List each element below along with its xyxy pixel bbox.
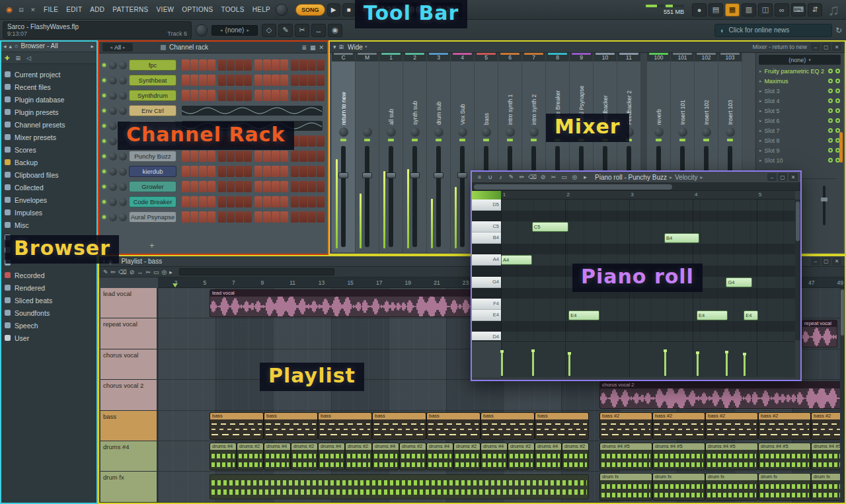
step-cell[interactable] <box>244 151 252 162</box>
mic-icon[interactable]: ◉ <box>328 24 342 37</box>
step-cell[interactable] <box>263 90 271 101</box>
step-cell[interactable] <box>280 196 288 207</box>
step-cell[interactable] <box>254 151 262 162</box>
browser-item[interactable]: Backup <box>0 156 97 168</box>
browser-item[interactable]: Clipboard files <box>0 168 97 181</box>
white-key[interactable]: F4 <box>472 299 501 310</box>
close-button[interactable]: ✕ <box>832 258 841 266</box>
note-e4[interactable]: E4 <box>744 310 758 320</box>
channel-volume-knob[interactable] <box>119 77 127 85</box>
step-cell[interactable] <box>244 59 252 71</box>
slip-icon[interactable]: ↔ <box>137 269 143 275</box>
slot-mix-knob[interactable] <box>835 79 840 83</box>
close-button[interactable]: ✕ <box>788 173 798 181</box>
step-cell[interactable] <box>218 75 226 86</box>
step-cell[interactable] <box>317 151 325 162</box>
white-key[interactable]: B4 <box>472 233 501 244</box>
maximize-button[interactable]: ▢ <box>822 258 831 266</box>
step-cell[interactable] <box>208 196 215 207</box>
clip-drums-#2[interactable]: drums #2 <box>453 443 481 470</box>
step-cell[interactable] <box>244 211 252 223</box>
browser-toggle-icon[interactable]: ▤ <box>709 3 723 17</box>
effects-scrollbar-thumb[interactable] <box>839 132 843 162</box>
menu-file[interactable]: FILE <box>40 0 62 19</box>
track-pan-knob[interactable] <box>458 127 467 137</box>
plugin-link-icon[interactable]: ∞ <box>775 3 789 17</box>
playback-icon[interactable]: ▸ <box>580 173 590 182</box>
note-e4[interactable]: E4 <box>568 310 599 320</box>
slot-enable-switch[interactable] <box>828 128 833 133</box>
maximize-button[interactable]: ▢ <box>822 43 831 51</box>
channel-pan-knob[interactable] <box>109 107 117 115</box>
playlist-track-header[interactable]: bass <box>100 411 158 441</box>
playlist-track-header[interactable]: chorus vocal 2 <box>100 380 158 410</box>
clip-lead-vocal[interactable]: lead vocal <box>210 289 472 317</box>
browser-item[interactable]: Envelopes <box>0 194 97 206</box>
slot-enable-switch[interactable] <box>828 89 833 93</box>
step-cell[interactable] <box>199 59 207 71</box>
step-cell[interactable] <box>272 59 280 71</box>
add-channel-button[interactable]: + <box>149 240 155 250</box>
paint-icon[interactable]: ✏ <box>111 269 116 275</box>
channel-button[interactable]: fpc <box>129 59 176 71</box>
slice-icon[interactable]: ✂ <box>145 269 151 275</box>
clip-bass[interactable]: bass <box>426 412 481 440</box>
step-cell[interactable] <box>218 151 226 162</box>
clip-pattern[interactable] <box>210 474 589 499</box>
channel-pan-knob[interactable] <box>109 77 117 85</box>
browser-item[interactable]: Plugin database <box>0 93 97 106</box>
minimize-button[interactable]: – <box>811 43 820 51</box>
channel-mute-led[interactable] <box>102 63 106 67</box>
step-cell[interactable] <box>190 75 198 86</box>
clip-bass[interactable]: bass <box>318 412 372 440</box>
piano-roll-ruler[interactable]: 12345 <box>501 191 795 199</box>
browser-header[interactable]: ◂▴○ Browser - All ▸ <box>0 40 97 52</box>
step-cell[interactable] <box>254 196 262 207</box>
playlist-lane[interactable]: drums #4drums #2drums #4drums #2drums #4… <box>158 441 840 472</box>
track-mute-switch[interactable] <box>459 139 465 141</box>
effect-slot-8[interactable]: ▸Slot 8 <box>756 135 843 145</box>
track-mute-switch[interactable] <box>388 139 394 141</box>
track-mute-switch[interactable] <box>483 139 489 141</box>
clip-drums-#4-#5[interactable]: drums #4 #5 <box>705 443 758 470</box>
channel-mute-led[interactable] <box>102 139 106 143</box>
playback-icon[interactable]: ▸ <box>169 269 173 275</box>
fader-handle[interactable] <box>457 172 467 178</box>
channel-button[interactable]: kierdub <box>129 166 176 177</box>
clip-drums-#2[interactable]: drums #2 <box>291 443 318 470</box>
browser-item[interactable]: Speech <box>0 319 97 332</box>
filter-prev-icon[interactable]: ◂ <box>110 45 112 50</box>
step-cell[interactable] <box>244 181 252 192</box>
clip-drums-#4-#5[interactable]: drums #4 #5 <box>758 443 811 470</box>
channel-button[interactable]: Growler <box>129 181 176 192</box>
clip-drums-#2[interactable]: drums #2 <box>399 443 426 470</box>
step-cell[interactable] <box>317 211 325 223</box>
step-cell[interactable] <box>299 90 307 101</box>
mixer-view-selector[interactable]: Wide ▾ <box>348 44 367 51</box>
mixer-track-M[interactable]: M <box>356 53 379 252</box>
step-cell[interactable] <box>317 90 325 101</box>
delete-icon[interactable]: ⌫ <box>118 269 127 275</box>
slot-enable-switch[interactable] <box>828 158 833 162</box>
channel-filter-selector[interactable]: ◂ All ▸ <box>102 43 133 52</box>
channel-pan-knob[interactable] <box>109 122 117 130</box>
fader-handle[interactable] <box>410 172 420 178</box>
slot-mix-knob[interactable] <box>835 89 840 93</box>
step-cell[interactable] <box>291 75 299 86</box>
step-cell[interactable] <box>280 75 288 86</box>
track-mute-switch[interactable] <box>727 139 733 141</box>
step-cell[interactable] <box>244 166 252 177</box>
step-cell[interactable] <box>227 59 235 71</box>
channel-pan-knob[interactable] <box>109 168 117 176</box>
slot-mix-knob[interactable] <box>835 69 840 73</box>
black-key[interactable] <box>472 266 501 277</box>
mute-icon[interactable]: ⊘ <box>538 173 548 182</box>
clip-drums-#2[interactable]: drums #2 <box>237 443 264 470</box>
velocity-spike[interactable] <box>501 351 503 376</box>
up-icon[interactable]: ▴ <box>9 43 13 50</box>
step-cell[interactable] <box>299 151 307 162</box>
note-c5[interactable]: C5 <box>532 222 569 232</box>
step-cell[interactable] <box>291 181 299 192</box>
channel-volume-knob[interactable] <box>119 153 127 161</box>
browser-item[interactable]: Channel presets <box>0 118 97 131</box>
